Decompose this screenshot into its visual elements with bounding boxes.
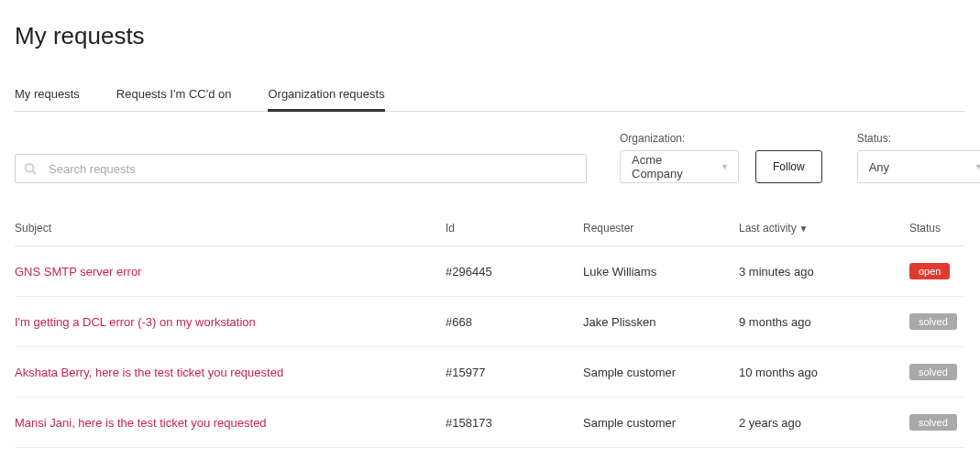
cell-status: open [904,263,965,279]
search-input[interactable] [15,154,587,183]
status-value: Any [869,160,889,174]
status-filter: Status: Any ▼ [857,132,980,183]
status-badge: solved [909,414,957,431]
search-wrap [15,154,587,183]
cell-subject[interactable]: I'm getting a DCL error (-3) on my works… [15,315,446,329]
tabs: My requests Requests I'm CC'd on Organiz… [15,80,965,112]
table-header: Subject Id Requester Last activity Statu… [15,222,965,246]
tab-cc[interactable]: Requests I'm CC'd on [116,80,232,112]
cell-status: solved [904,313,965,330]
organization-label: Organization: [620,132,739,145]
cell-requester: Sample customer [583,416,739,430]
cell-last-activity: 9 months ago [739,315,904,329]
follow-button[interactable]: Follow [755,150,822,183]
cell-subject[interactable]: GNS SMTP server error [15,265,446,279]
cell-id: #668 [446,315,583,329]
cell-last-activity: 3 minutes ago [739,265,904,279]
cell-requester: Sample customer [583,366,739,379]
table-row: I'm getting a DCL error (-3) on my works… [15,297,965,347]
col-requester[interactable]: Requester [583,222,739,235]
table-row: GNS SMTP server error #296445 Luke Willi… [15,246,965,297]
organization-select[interactable]: Acme Company ▼ [620,150,739,183]
organization-value: Acme Company [632,153,712,180]
col-id[interactable]: Id [446,222,583,235]
status-badge: solved [909,364,957,380]
table-row: Mansi Jani, here is the test ticket you … [15,398,965,448]
cell-last-activity: 10 months ago [739,366,904,379]
status-select[interactable]: Any ▼ [857,150,980,183]
search-icon [24,162,37,175]
cell-subject[interactable]: Akshata Berry, here is the test ticket y… [15,366,446,379]
col-subject[interactable]: Subject [15,222,446,235]
svg-point-0 [26,164,34,172]
status-label: Status: [857,132,980,145]
requests-table: Subject Id Requester Last activity Statu… [15,222,965,448]
cell-id: #15977 [446,366,583,379]
cell-subject[interactable]: Mansi Jani, here is the test ticket you … [15,416,446,430]
col-status[interactable]: Status [904,222,965,235]
organization-filter: Organization: Acme Company ▼ [620,132,739,183]
svg-line-1 [33,171,37,175]
cell-status: solved [904,364,965,380]
chevron-down-icon: ▼ [721,162,729,171]
cell-status: solved [904,414,965,431]
table-row: Akshata Berry, here is the test ticket y… [15,347,965,398]
cell-id: #296445 [446,265,583,279]
cell-last-activity: 2 years ago [739,416,904,430]
cell-requester: Jake Plissken [583,315,739,329]
cell-id: #158173 [446,416,583,430]
chevron-down-icon: ▼ [974,162,980,171]
cell-requester: Luke Williams [583,265,739,279]
tab-my-requests[interactable]: My requests [15,80,80,112]
status-badge: open [909,263,950,279]
tab-organization-requests[interactable]: Organization requests [268,80,384,112]
filters-row: Organization: Acme Company ▼ Follow Stat… [15,112,965,183]
col-last-activity[interactable]: Last activity [739,222,904,235]
page-title: My requests [15,0,965,63]
status-badge: solved [909,313,957,330]
